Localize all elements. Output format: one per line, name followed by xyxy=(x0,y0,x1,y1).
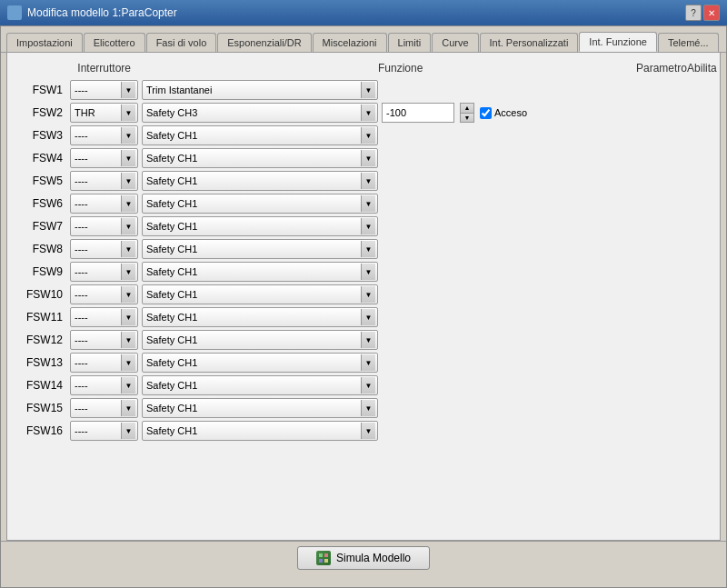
close-button[interactable]: ✕ xyxy=(703,5,720,21)
fsw12-function-value: Safety CH1 xyxy=(146,334,373,345)
fsw10-row: FSW10 ---- ▼ Safety CH1 ▼ xyxy=(16,284,711,304)
fsw16-label: FSW16 xyxy=(16,424,66,437)
fsw9-switch-select[interactable]: ---- ▼ xyxy=(70,262,138,282)
fsw10-function-arrow: ▼ xyxy=(361,286,375,303)
fsw12-switch-select[interactable]: ---- ▼ xyxy=(70,330,138,350)
rows-container: FSW1 ---- ▼ Trim Istantanei ▼ FSW2 THR ▼ xyxy=(16,80,711,513)
fsw10-label: FSW10 xyxy=(16,288,66,301)
fsw16-switch-select[interactable]: ---- ▼ xyxy=(70,421,138,441)
header-funzione: Funzione xyxy=(378,62,423,75)
header-interruttore: Interruttore xyxy=(77,62,131,75)
fsw10-function-value: Safety CH1 xyxy=(146,289,373,300)
fsw14-row: FSW14 ---- ▼ Safety CH1 ▼ xyxy=(16,375,711,395)
fsw11-switch-select[interactable]: ---- ▼ xyxy=(70,307,138,327)
fsw7-switch-select[interactable]: ---- ▼ xyxy=(70,216,138,236)
fsw7-function-select[interactable]: Safety CH1 ▼ xyxy=(142,216,378,236)
fsw2-enabled-checkbox[interactable] xyxy=(480,107,492,119)
fsw14-function-value: Safety CH1 xyxy=(146,380,373,391)
fsw12-function-select[interactable]: Safety CH1 ▼ xyxy=(142,330,378,350)
bottom-bar: Simula Modello xyxy=(1,541,726,573)
fsw13-function-select[interactable]: Safety CH1 ▼ xyxy=(142,353,378,373)
fsw6-function-select[interactable]: Safety CH1 ▼ xyxy=(142,194,378,214)
fsw11-row: FSW11 ---- ▼ Safety CH1 ▼ xyxy=(16,307,711,327)
simulate-button[interactable]: Simula Modello xyxy=(297,546,430,570)
fsw4-switch-select[interactable]: ---- ▼ xyxy=(70,148,138,168)
fsw6-function-value: Safety CH1 xyxy=(146,198,373,209)
fsw2-row: FSW2 THR ▼ Safety CH3 ▼ ▲ ▼ xyxy=(16,103,711,123)
fsw3-function-arrow: ▼ xyxy=(361,127,375,144)
fsw2-spin-down[interactable]: ▼ xyxy=(461,114,473,123)
fsw5-function-select[interactable]: Safety CH1 ▼ xyxy=(142,171,378,191)
tab-impostazioni[interactable]: Impostazioni xyxy=(6,33,83,52)
fsw10-switch-select[interactable]: ---- ▼ xyxy=(70,284,138,304)
header-parametro: Parametro xyxy=(636,62,687,75)
fsw10-function-select[interactable]: Safety CH1 ▼ xyxy=(142,284,378,304)
fsw16-function-select[interactable]: Safety CH1 ▼ xyxy=(142,421,378,441)
fsw2-spin[interactable]: ▲ ▼ xyxy=(460,103,474,123)
tab-esponenziali[interactable]: Esponenziali/DR xyxy=(217,33,311,52)
tab-miscelazioni[interactable]: Miscelazioni xyxy=(313,33,387,52)
fsw5-switch-arrow: ▼ xyxy=(121,173,135,189)
fsw4-function-value: Safety CH1 xyxy=(146,153,373,164)
tab-int-personalizzati[interactable]: Int. Personalizzati xyxy=(480,33,579,52)
tab-int-funzione[interactable]: Int. Funzione xyxy=(579,32,657,52)
fsw5-row: FSW5 ---- ▼ Safety CH1 ▼ xyxy=(16,171,711,191)
fsw15-switch-select[interactable]: ---- ▼ xyxy=(70,398,138,418)
fsw2-param-input[interactable] xyxy=(382,103,454,123)
fsw15-row: FSW15 ---- ▼ Safety CH1 ▼ xyxy=(16,398,711,418)
fsw15-switch-arrow: ▼ xyxy=(121,400,135,416)
tab-limiti[interactable]: Limiti xyxy=(388,33,432,52)
fsw11-function-arrow: ▼ xyxy=(361,309,375,325)
fsw2-function-select[interactable]: Safety CH3 ▼ xyxy=(142,103,378,123)
window-icon xyxy=(7,5,22,20)
fsw8-function-select[interactable]: Safety CH1 ▼ xyxy=(142,239,378,259)
fsw7-switch-arrow: ▼ xyxy=(121,218,135,234)
fsw6-switch-select[interactable]: ---- ▼ xyxy=(70,194,138,214)
tab-elicottero[interactable]: Elicottero xyxy=(84,33,145,52)
svg-rect-2 xyxy=(319,559,323,563)
fsw8-label: FSW8 xyxy=(16,243,66,255)
fsw3-switch-arrow: ▼ xyxy=(121,127,135,144)
fsw3-function-select[interactable]: Safety CH1 ▼ xyxy=(142,125,378,145)
fsw2-spin-up[interactable]: ▲ xyxy=(461,104,473,114)
fsw12-row: FSW12 ---- ▼ Safety CH1 ▼ xyxy=(16,330,711,350)
fsw3-function-value: Safety CH1 xyxy=(146,130,373,141)
fsw7-label: FSW7 xyxy=(16,220,66,233)
fsw2-switch-select[interactable]: THR ▼ xyxy=(70,103,138,123)
fsw1-label: FSW1 xyxy=(16,84,66,96)
fsw9-function-select[interactable]: Safety CH1 ▼ xyxy=(142,262,378,282)
fsw2-enabled-text: Acceso xyxy=(494,107,527,118)
fsw14-switch-select[interactable]: ---- ▼ xyxy=(70,375,138,395)
svg-rect-1 xyxy=(324,553,328,557)
header-abilita: Abilita xyxy=(687,62,721,75)
fsw15-function-select[interactable]: Safety CH1 ▼ xyxy=(142,398,378,418)
content-area: Interruttore Funzione Parametro Abilita … xyxy=(6,53,721,541)
fsw14-switch-arrow: ▼ xyxy=(121,377,135,394)
fsw1-switch-select[interactable]: ---- ▼ xyxy=(70,80,138,100)
fsw4-function-select[interactable]: Safety CH1 ▼ xyxy=(142,148,378,168)
svg-rect-0 xyxy=(319,553,323,557)
help-button[interactable]: ? xyxy=(685,5,702,21)
fsw12-label: FSW12 xyxy=(16,334,66,346)
fsw11-function-select[interactable]: Safety CH1 ▼ xyxy=(142,307,378,327)
fsw2-param-box: ▲ ▼ Acceso xyxy=(382,103,711,123)
fsw15-label: FSW15 xyxy=(16,402,66,414)
fsw11-function-value: Safety CH1 xyxy=(146,312,373,323)
tab-fasi-di-volo[interactable]: Fasi di volo xyxy=(146,33,217,52)
fsw1-function-select[interactable]: Trim Istantanei ▼ xyxy=(142,80,378,100)
fsw16-function-arrow: ▼ xyxy=(361,423,375,439)
fsw1-row: FSW1 ---- ▼ Trim Istantanei ▼ xyxy=(16,80,711,100)
fsw2-function-value: Safety CH3 xyxy=(146,107,373,118)
tab-curve[interactable]: Curve xyxy=(432,33,478,52)
fsw8-switch-select[interactable]: ---- ▼ xyxy=(70,239,138,259)
fsw5-switch-select[interactable]: ---- ▼ xyxy=(70,171,138,191)
tab-teleme[interactable]: Telemé... xyxy=(658,33,719,52)
fsw3-switch-select[interactable]: ---- ▼ xyxy=(70,125,138,145)
fsw13-switch-select[interactable]: ---- ▼ xyxy=(70,353,138,373)
fsw16-row: FSW16 ---- ▼ Safety CH1 ▼ xyxy=(16,421,711,441)
fsw10-switch-arrow: ▼ xyxy=(121,286,135,303)
fsw9-row: FSW9 ---- ▼ Safety CH1 ▼ xyxy=(16,262,711,282)
fsw14-function-select[interactable]: Safety CH1 ▼ xyxy=(142,375,378,395)
fsw2-enabled-label[interactable]: Acceso xyxy=(480,107,527,119)
main-window: Impostazioni Elicottero Fasi di volo Esp… xyxy=(0,25,727,588)
